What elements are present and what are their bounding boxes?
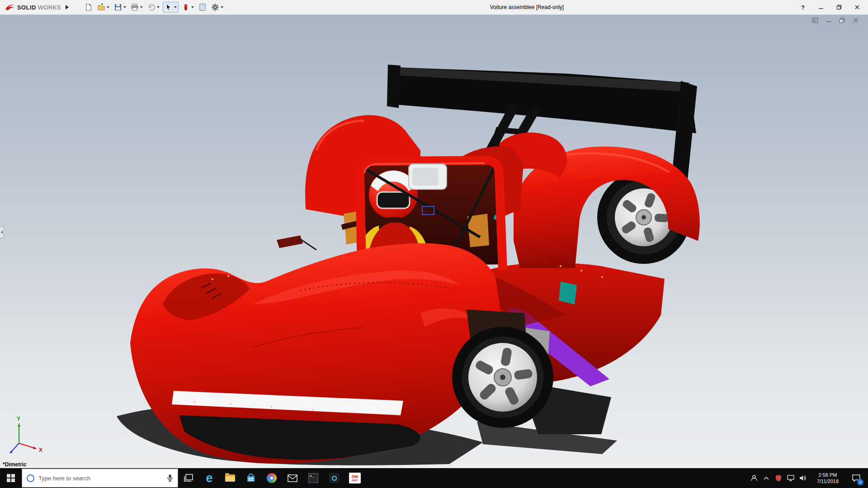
file-properties-button[interactable] xyxy=(197,2,208,12)
people-button[interactable] xyxy=(748,468,760,488)
gear-icon xyxy=(211,3,219,11)
undo-caret-icon[interactable] xyxy=(157,6,160,8)
volume-button[interactable] xyxy=(797,468,809,488)
new-document-icon xyxy=(85,3,93,11)
windows-logo-icon xyxy=(7,474,15,482)
window-title: Voiture assemblee [Read-only] xyxy=(490,4,564,10)
open-caret-icon[interactable] xyxy=(107,6,109,8)
rebuild-icon xyxy=(182,3,190,11)
store-button[interactable] xyxy=(241,468,261,488)
new-document-button[interactable] xyxy=(83,2,94,12)
options-caret-icon[interactable] xyxy=(221,6,223,8)
document-window-controls xyxy=(810,17,861,24)
display-icon xyxy=(787,475,794,481)
car-model-scene[interactable]: X Y xyxy=(0,15,868,468)
print-button[interactable] xyxy=(129,2,144,12)
view-orientation-label: *Dimetric xyxy=(3,461,27,468)
task-view-button[interactable] xyxy=(178,468,199,488)
dark-app-icon xyxy=(329,473,339,483)
help-button[interactable]: ? xyxy=(798,3,807,12)
open-button[interactable] xyxy=(96,2,111,12)
undo-icon xyxy=(147,3,156,11)
restore-button[interactable] xyxy=(835,3,844,12)
close-button[interactable] xyxy=(853,3,862,12)
restore-icon xyxy=(836,5,842,10)
task-view-icon xyxy=(184,474,193,483)
volume-icon xyxy=(799,475,807,481)
edge-button[interactable]: e xyxy=(199,468,220,488)
graphics-area[interactable]: X Y *Dimetric xyxy=(0,15,868,468)
menu-expander-icon[interactable] xyxy=(66,5,69,9)
save-caret-icon[interactable] xyxy=(123,6,126,8)
chrome-icon xyxy=(267,473,277,483)
file-explorer-button[interactable] xyxy=(220,468,241,488)
notification-badge: 2 xyxy=(857,479,863,485)
cortana-icon xyxy=(27,474,34,482)
solidworks-taskbar-button[interactable]: SW 2017 xyxy=(344,468,365,488)
print-icon xyxy=(131,3,139,11)
system-tray: 2:58 PM 7/11/2018 2 xyxy=(748,468,868,488)
tray-expand-button[interactable] xyxy=(760,468,772,488)
quick-access-toolbar xyxy=(83,2,225,13)
command-prompt-icon: >_ xyxy=(308,473,318,483)
doc-minimize-icon[interactable] xyxy=(824,17,834,24)
brand-solid: SOLID xyxy=(17,4,36,11)
titlebar: SOLIDWORKS xyxy=(0,0,868,15)
rebuild-button[interactable] xyxy=(180,2,195,12)
teal-duct xyxy=(559,282,577,305)
clock-time: 2:58 PM xyxy=(809,472,847,478)
solidworks-logo-icon xyxy=(5,3,15,11)
window-controls: ? xyxy=(798,3,868,12)
chevron-up-icon xyxy=(764,476,769,480)
save-icon xyxy=(114,3,122,11)
display-button[interactable] xyxy=(784,468,797,488)
feature-panel-handle[interactable] xyxy=(0,226,4,238)
file-properties-icon xyxy=(198,3,207,11)
search-input[interactable] xyxy=(38,475,163,482)
front-wheel[interactable] xyxy=(452,327,553,428)
close-icon xyxy=(854,5,860,10)
file-explorer-icon xyxy=(225,474,235,482)
people-icon xyxy=(750,474,758,482)
taskbar: e >_ xyxy=(0,468,868,488)
solidworks-2017-icon: SW 2017 xyxy=(349,473,361,483)
rearview-mirror[interactable] xyxy=(409,164,447,189)
screen: SOLIDWORKS xyxy=(0,0,868,488)
mail-icon xyxy=(288,474,297,482)
microphone-icon[interactable] xyxy=(167,474,173,482)
mail-button[interactable] xyxy=(282,468,303,488)
solidworks-logo: SOLIDWORKS xyxy=(0,3,61,11)
minimize-button[interactable] xyxy=(816,3,826,12)
minimize-icon xyxy=(818,5,824,10)
select-cursor-icon xyxy=(165,3,173,11)
brand-works: WORKS xyxy=(38,4,61,11)
save-button[interactable] xyxy=(113,2,127,12)
command-prompt-button[interactable]: >_ xyxy=(303,468,324,488)
undo-button[interactable] xyxy=(146,2,161,12)
start-button[interactable] xyxy=(0,468,22,488)
clock-date: 7/11/2018 xyxy=(809,478,847,484)
select-tool-button[interactable] xyxy=(163,2,179,13)
triad-x-label: X xyxy=(39,447,42,453)
edge-icon: e xyxy=(206,472,212,484)
security-shield-icon xyxy=(775,474,782,482)
options-button[interactable] xyxy=(210,2,225,12)
rebuild-caret-icon[interactable] xyxy=(191,6,194,8)
security-button[interactable] xyxy=(772,468,784,488)
store-icon xyxy=(246,473,256,483)
dark-app-button[interactable] xyxy=(324,468,344,488)
doc-dock-icon[interactable] xyxy=(810,17,820,24)
doc-close-icon[interactable] xyxy=(851,17,861,24)
action-center-button[interactable]: 2 xyxy=(847,468,866,488)
select-caret-icon[interactable] xyxy=(174,6,177,8)
chrome-button[interactable] xyxy=(261,468,282,488)
print-caret-icon[interactable] xyxy=(140,6,143,8)
taskbar-clock[interactable]: 2:58 PM 7/11/2018 xyxy=(809,472,847,484)
orientation-triad: X Y xyxy=(10,416,42,453)
triad-y-label: Y xyxy=(17,416,20,422)
side-mirror-left xyxy=(277,235,303,248)
helmet-visor xyxy=(377,192,410,208)
doc-restore-icon[interactable] xyxy=(837,17,847,24)
open-icon xyxy=(97,3,105,11)
taskbar-search[interactable] xyxy=(22,469,178,488)
